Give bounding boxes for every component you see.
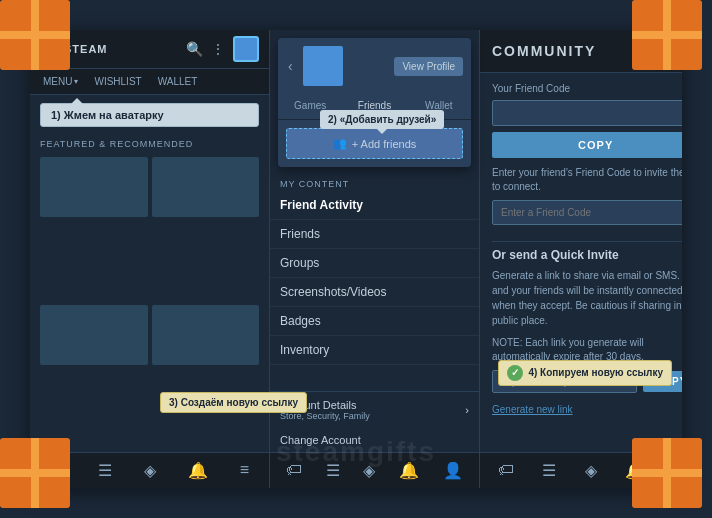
inventory-item[interactable]: Inventory (270, 336, 479, 365)
tag-icon-comm[interactable]: 🏷 (498, 461, 514, 480)
featured-item-4[interactable] (152, 305, 260, 365)
dropdown-header: ‹ View Profile (278, 38, 471, 94)
wishlist-nav-item[interactable]: WISHLIST (89, 73, 146, 90)
featured-item-2[interactable] (152, 157, 260, 217)
back-button[interactable]: ‹ (286, 56, 295, 76)
shield-icon[interactable]: ◈ (144, 461, 156, 480)
step1-tooltip: 1) Жмем на аватарку (40, 103, 259, 127)
screenshots-videos-item[interactable]: Screenshots/Videos (270, 278, 479, 307)
quick-invite-text: Generate a link to share via email or SM… (492, 268, 682, 328)
annotation-step3: 3) Создаём новую ссылку (160, 392, 307, 413)
community-content: Your Friend Code COPY Enter your friend'… (480, 73, 682, 452)
main-window: S STEAM 🔍 ⋮ MENU ▾ WISHLIST WALLET 1) Жм… (30, 30, 682, 488)
search-icon[interactable]: 🔍 (186, 41, 203, 57)
list-icon-comm[interactable]: ☰ (542, 461, 556, 480)
divider (492, 241, 682, 242)
copy-friend-code-button[interactable]: COPY (492, 132, 682, 158)
header-icons: 🔍 ⋮ (186, 36, 259, 62)
bell-icon[interactable]: 🔔 (188, 461, 208, 480)
generate-new-link-button[interactable]: Generate new link (492, 404, 573, 415)
bell-icon-mid[interactable]: 🔔 (399, 461, 419, 480)
enter-friend-code-input[interactable] (492, 200, 682, 225)
annotation-step4: ✓ 4) Копируем новую ссылку (498, 360, 672, 386)
right-panel: COMMUNITY ⋮ Your Friend Code COPY Enter … (480, 30, 682, 488)
wallet-nav-item[interactable]: WALLET (153, 73, 203, 90)
featured-item-3[interactable] (40, 305, 148, 365)
gift-corner-tr (632, 0, 712, 80)
avatar[interactable] (233, 36, 259, 62)
friend-activity-item[interactable]: Friend Activity (270, 191, 479, 220)
gift-corner-br (632, 438, 712, 518)
featured-label: FEATURED & RECOMMENDED (30, 135, 269, 153)
list-icon[interactable]: ☰ (98, 461, 112, 480)
menu-dots-icon[interactable]: ⋮ (211, 41, 225, 57)
step1-label: 1) Жмем на аватарку (51, 109, 164, 121)
friends-item[interactable]: Friends (270, 220, 479, 249)
change-account-item[interactable]: Change Account (270, 428, 479, 452)
hamburger-icon[interactable]: ≡ (240, 461, 249, 480)
left-panel: S STEAM 🔍 ⋮ MENU ▾ WISHLIST WALLET 1) Жм… (30, 30, 270, 488)
badges-item[interactable]: Badges (270, 307, 479, 336)
help-text: Enter your friend's Friend Code to invit… (492, 166, 682, 194)
friend-code-input[interactable] (492, 100, 682, 126)
chevron-right-icon: › (465, 404, 469, 416)
friend-code-label: Your Friend Code (492, 83, 682, 94)
community-title: COMMUNITY (492, 43, 596, 59)
quick-invite-title: Or send a Quick Invite (492, 248, 682, 262)
my-content-label: MY CONTENT (270, 175, 479, 191)
list-icon-mid[interactable]: ☰ (326, 461, 340, 480)
side-menu: Friend Activity Friends Groups Screensho… (270, 191, 479, 391)
shield-icon-mid[interactable]: ◈ (363, 461, 375, 480)
view-profile-button[interactable]: View Profile (394, 57, 463, 76)
person-icon-mid[interactable]: 👤 (443, 461, 463, 480)
add-friends-icon: 👥 (333, 137, 347, 150)
gift-corner-tl (0, 0, 80, 80)
featured-item-1[interactable] (40, 157, 148, 217)
step2-tooltip: 2) «Добавить друзей» (320, 110, 444, 129)
add-friends-button[interactable]: 👥 + Add friends (286, 128, 463, 159)
profile-avatar (303, 46, 343, 86)
checkmark-icon: ✓ (507, 365, 523, 381)
tag-icon-mid[interactable]: 🏷 (286, 461, 302, 480)
middle-bottom-nav: 🏷 ☰ ◈ 🔔 👤 (270, 452, 479, 488)
middle-panel: ‹ View Profile Games Friends Wallet 👥 + … (270, 30, 480, 488)
groups-item[interactable]: Groups (270, 249, 479, 278)
shield-icon-comm[interactable]: ◈ (585, 461, 597, 480)
gift-corner-bl (0, 438, 80, 518)
profile-dropdown: ‹ View Profile Games Friends Wallet 👥 + … (278, 38, 471, 167)
add-friends-label: + Add friends (352, 138, 417, 150)
